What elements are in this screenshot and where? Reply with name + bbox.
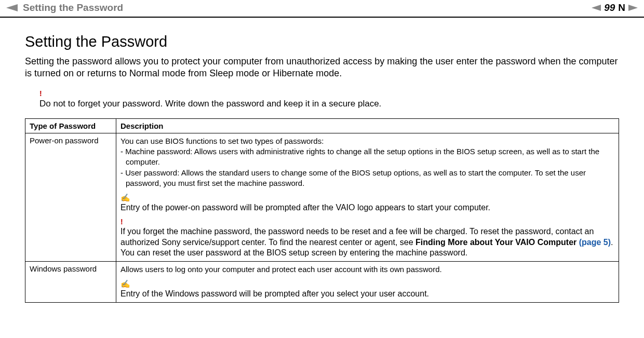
poweron-intro: You can use BIOS functions to set two ty… <box>120 136 614 146</box>
cell-desc-windows: Allows users to log onto your computer a… <box>116 262 619 303</box>
poweron-warn-text2: You can reset the user password at the B… <box>120 248 614 259</box>
breadcrumb-title: Setting the Password <box>23 2 123 13</box>
poweron-note: Entry of the power-on password will be p… <box>120 203 490 212</box>
table-header-row: Type of Password Description <box>25 118 619 133</box>
page-content: Setting the Password Setting the passwor… <box>0 18 644 308</box>
table-row: Power-on password You can use BIOS funct… <box>25 133 619 261</box>
page-n-label: N <box>618 2 625 13</box>
breadcrumb-arrow-icon <box>6 4 18 11</box>
header-right: 99 N <box>592 2 638 13</box>
note-icon: ✍ <box>120 194 614 202</box>
poweron-user: - User password: Allows the standard use… <box>120 168 614 189</box>
cell-type-poweron: Power-on password <box>25 133 116 261</box>
warning-icon: ! <box>120 218 614 226</box>
poweron-warn-period: . <box>611 238 613 247</box>
table-row: Windows password Allows users to log ont… <box>25 262 619 303</box>
poweron-machine: - Machine password: Allows users with ad… <box>120 146 614 168</box>
note-icon: ✍ <box>120 280 614 289</box>
svg-marker-1 <box>592 5 601 11</box>
svg-marker-2 <box>628 5 638 11</box>
warning-text: Do not to forget your password. Write do… <box>39 99 381 109</box>
page-reference-link[interactable]: (page 5) <box>579 238 611 247</box>
windows-intro: Allows users to log onto your computer a… <box>120 264 614 275</box>
poweron-warning-block: If you forget the machine password, the … <box>120 226 614 259</box>
top-warning: ! Do not to forget your password. Write … <box>25 89 619 109</box>
poweron-warn-bold: Finding More about Your VAIO Computer <box>415 238 579 247</box>
header-left: Setting the Password <box>6 2 123 13</box>
warning-icon: ! <box>39 89 619 98</box>
col-header-type: Type of Password <box>25 118 116 133</box>
svg-marker-0 <box>6 4 18 11</box>
prev-page-icon[interactable] <box>592 5 601 11</box>
intro-paragraph: Setting the password allows you to prote… <box>25 56 619 80</box>
windows-note: Entry of the Windows password will be pr… <box>120 289 429 298</box>
cell-desc-poweron: You can use BIOS functions to set two ty… <box>116 133 619 261</box>
cell-type-windows: Windows password <box>25 262 116 303</box>
page-title: Setting the Password <box>25 33 619 50</box>
col-header-description: Description <box>116 118 619 133</box>
password-table: Type of Password Description Power-on pa… <box>25 118 619 303</box>
page-number: 99 <box>604 2 615 13</box>
header-bar: Setting the Password 99 N <box>0 0 644 18</box>
next-page-icon[interactable] <box>628 5 638 11</box>
